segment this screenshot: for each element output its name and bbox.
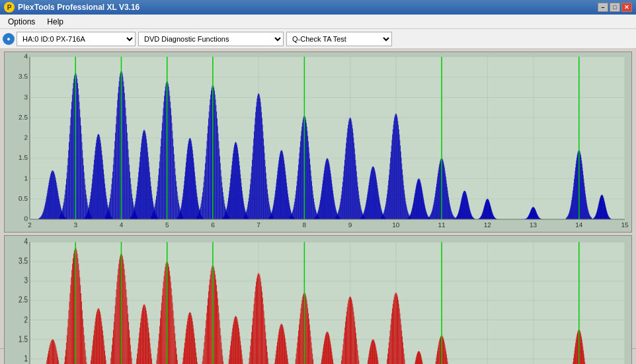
app-icon: P: [4, 2, 15, 13]
bottom-chart: [5, 236, 631, 365]
function-select[interactable]: DVD Diagnostic Functions: [138, 32, 284, 46]
top-chart-container: [4, 52, 632, 233]
title-buttons: – □ ✕: [598, 3, 632, 12]
minimize-button[interactable]: –: [598, 3, 608, 12]
device-icon: ●: [3, 33, 15, 45]
close-button[interactable]: ✕: [621, 3, 632, 12]
device-selector-group: ● HA:0 ID:0 PX-716A: [3, 32, 136, 46]
top-chart: [5, 52, 631, 232]
test-select[interactable]: Q-Check TA Test: [286, 32, 392, 46]
bottom-chart-container: [4, 235, 632, 365]
title-left: P PlexTools Professional XL V3.16: [4, 2, 139, 13]
device-select[interactable]: HA:0 ID:0 PX-716A: [17, 32, 136, 46]
menu-help[interactable]: Help: [42, 16, 69, 28]
app-title: PlexTools Professional XL V3.16: [18, 3, 139, 12]
main-content: Jitter: 3 Peak Shift: 5 TA Quality Indic…: [0, 49, 636, 348]
menu-options[interactable]: Options: [3, 16, 40, 28]
menu-bar: Options Help: [0, 15, 636, 29]
charts-area: [0, 49, 636, 364]
title-bar: P PlexTools Professional XL V3.16 – □ ✕: [0, 0, 636, 15]
toolbar: ● HA:0 ID:0 PX-716A DVD Diagnostic Funct…: [0, 29, 636, 49]
maximize-button[interactable]: □: [610, 3, 620, 12]
